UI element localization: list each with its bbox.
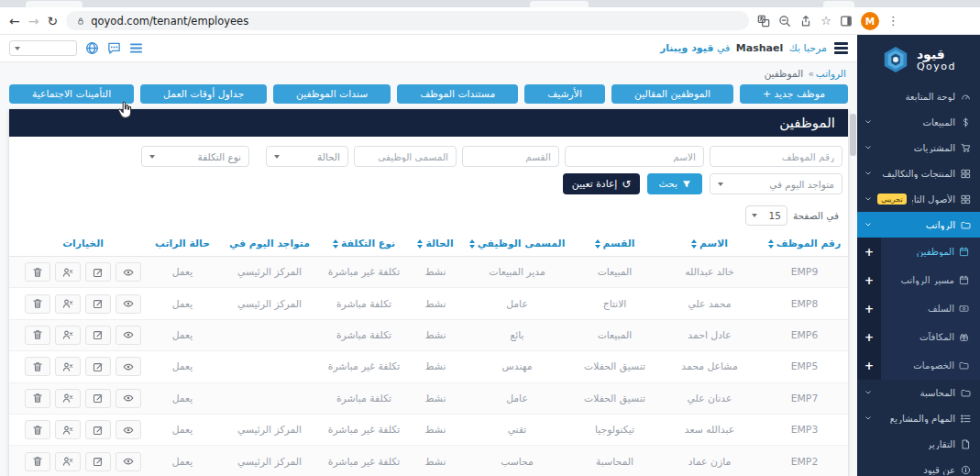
filter-status-select[interactable]: الحالة (266, 146, 348, 167)
browser-menu-icon[interactable]: ⋮ (887, 14, 899, 28)
browser-tab[interactable] (823, 1, 854, 7)
edit-button[interactable] (85, 357, 111, 376)
column-header[interactable]: الاسم (658, 238, 761, 249)
edit-button[interactable] (85, 294, 111, 314)
sidebar-item[interactable]: لوحة المتابعة (857, 83, 980, 109)
sidebar-subitem[interactable]: الموظفين+ (857, 238, 980, 266)
add-icon[interactable]: + (857, 351, 881, 380)
sidebar-item[interactable]: عن قيود (857, 457, 980, 476)
reset-icon: ↺ (622, 179, 631, 190)
reset-button[interactable]: ↺ إعادة تعيين (563, 173, 641, 194)
view-button[interactable] (116, 357, 141, 376)
view-button[interactable] (116, 420, 141, 439)
deactivate-user-button[interactable] (55, 420, 81, 439)
view-button[interactable] (116, 452, 141, 471)
sidebar-subitem[interactable]: السلف+ (857, 294, 980, 323)
column-header[interactable]: المسمى الوظيفي (463, 238, 571, 249)
view-button[interactable] (116, 262, 141, 282)
add-icon[interactable]: + (857, 266, 881, 294)
column-header[interactable]: القسم (571, 238, 658, 249)
sidebar-item[interactable]: المبيعات (857, 109, 980, 135)
delete-button[interactable] (25, 389, 50, 408)
filter-present-today-select[interactable]: متواجد اليوم في (710, 173, 842, 194)
chevron-down-icon (864, 221, 872, 228)
action-button[interactable]: موظف جديد + (740, 84, 848, 104)
sort-icon (469, 239, 475, 249)
edit-button[interactable] (85, 326, 111, 345)
chat-icon[interactable] (107, 41, 121, 55)
dollar-icon (961, 117, 971, 127)
cell-status: نشط (408, 424, 463, 436)
table-row: EMP7عدنان عليتنسيق الحفلاتعاملنشطتكلفة م… (9, 383, 848, 415)
action-button[interactable]: سندات الموظفين (273, 84, 391, 104)
edit-button[interactable] (85, 262, 111, 282)
edit-button[interactable] (85, 420, 111, 439)
browser-tab[interactable] (26, 1, 83, 7)
deactivate-user-button[interactable] (55, 452, 81, 471)
deactivate-user-button[interactable] (55, 389, 81, 408)
widget-dropdown[interactable] (9, 40, 77, 56)
action-button[interactable]: التأمينات الاجتماعية (9, 84, 134, 104)
filter-name-input[interactable] (565, 146, 704, 167)
sidebar-item[interactable]: المحاسبة (857, 380, 980, 405)
hamburger-menu-icon[interactable] (834, 42, 848, 54)
deactivate-user-button[interactable] (55, 357, 81, 376)
delete-button[interactable] (25, 357, 50, 376)
scrollbar-thumb[interactable] (850, 114, 856, 156)
sidebar-item[interactable]: الرواتب (857, 212, 980, 238)
delete-button[interactable] (25, 262, 50, 282)
deactivate-user-button[interactable] (55, 326, 81, 345)
deactivate-user-button[interactable] (55, 294, 81, 314)
per-page-select[interactable]: 15 (745, 205, 787, 226)
sidebar-item[interactable]: التقارير (857, 431, 980, 457)
sidebar-subitem[interactable]: الخصومات+ (857, 351, 980, 380)
delete-button[interactable] (25, 294, 50, 314)
sidebar-subitem[interactable]: مسير الرواتب+ (857, 266, 980, 294)
view-button[interactable] (116, 389, 141, 408)
language-globe-icon[interactable] (85, 41, 99, 55)
filter-cost-type-select[interactable]: نوع التكلفة (141, 146, 249, 167)
sidebar-item[interactable]: المهام والمشاريع (857, 405, 980, 431)
profile-avatar[interactable]: M (861, 12, 879, 30)
edit-button[interactable] (85, 389, 111, 408)
add-icon[interactable]: + (857, 323, 881, 351)
deactivate-user-button[interactable] (55, 262, 81, 282)
view-button[interactable] (116, 326, 141, 345)
view-button[interactable] (116, 294, 141, 314)
add-icon[interactable]: + (857, 238, 881, 266)
filter-employee-no-input[interactable] (710, 146, 842, 167)
sidebar-item[interactable]: الأصول الثابتةتجريبي (857, 186, 980, 212)
delete-button[interactable] (25, 326, 50, 345)
action-button[interactable]: الموظفين المقالين (611, 84, 733, 104)
column-header[interactable]: رقم الموظف (761, 238, 848, 249)
tab-switcher-icon[interactable] (840, 15, 853, 28)
delete-button[interactable] (25, 420, 50, 439)
browser-tab[interactable] (530, 1, 589, 7)
address-bar[interactable]: qoyod.com/tenant/employees (66, 11, 749, 30)
bookmark-star-icon[interactable]: ☆ (820, 14, 831, 28)
forward-button[interactable]: → (28, 15, 39, 28)
edit-button[interactable] (85, 452, 111, 471)
add-icon[interactable]: + (857, 294, 881, 323)
share-icon[interactable] (799, 15, 812, 28)
delete-button[interactable] (25, 452, 50, 471)
cell-department: تنسيق الحفلات (571, 393, 658, 404)
action-button[interactable]: الأرشيف (524, 84, 605, 104)
sidebar-subitem[interactable]: المكافآت+ (857, 323, 980, 351)
filter-department-input[interactable] (462, 146, 559, 167)
column-header[interactable]: نوع التكلفة (320, 238, 408, 249)
back-button[interactable]: ← (9, 15, 20, 28)
filter-job-title-input[interactable] (354, 146, 457, 167)
zoom-out-icon[interactable] (778, 15, 791, 28)
translate-icon[interactable] (757, 15, 770, 28)
breadcrumb-parent[interactable]: الرواتب (816, 68, 846, 79)
action-button[interactable]: مستندات الموظف (397, 84, 518, 104)
sidebar-item[interactable]: المشتريات (857, 135, 980, 161)
reload-button[interactable]: ↻ (47, 15, 58, 28)
search-button[interactable]: بحث (647, 173, 702, 194)
action-button[interactable]: جداول أوقات العمل (140, 84, 267, 104)
column-header[interactable]: الحالة (408, 238, 463, 249)
filters-section: الحالة نوع التكلفة متواجد اليوم في بحث (9, 137, 848, 226)
sidebar-item[interactable]: المنتجات والتكاليف (857, 161, 980, 186)
list-menu-icon[interactable] (129, 41, 143, 55)
